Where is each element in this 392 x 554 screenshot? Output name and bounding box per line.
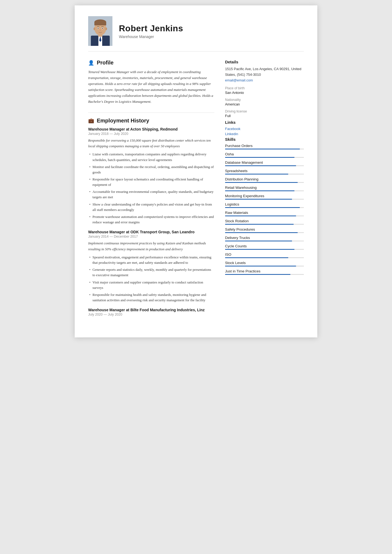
skill-bar-fill-3 (225, 174, 288, 175)
skill-bar-bg-8 (225, 216, 304, 216)
skill-item-10: Safety Procedures (225, 227, 304, 233)
link-item-0[interactable]: Facebook (225, 127, 304, 131)
skill-bar-fill-11 (225, 241, 292, 241)
skill-bar-bg-3 (225, 174, 304, 175)
links-section: Links FacebookLinkedin (225, 120, 304, 136)
skill-name-6: Monitoring Expenditures (225, 194, 304, 198)
skill-name-7: Logistics (225, 202, 304, 206)
resume-header: Robert Jenkins Warehouse Manager (88, 16, 304, 52)
svg-rect-7 (94, 22, 106, 25)
skill-name-1: Osha (225, 152, 304, 156)
skill-bar-bg-6 (225, 199, 304, 200)
skill-bar-fill-10 (225, 232, 298, 233)
skill-bar-fill-8 (225, 216, 296, 216)
resume-document: Robert Jenkins Warehouse Manager 👤 Profi… (75, 5, 317, 337)
skill-bar-fill-12 (225, 249, 294, 250)
skill-item-1: Osha (225, 152, 304, 158)
skill-name-3: Spreadsheets (225, 169, 304, 173)
svg-point-12 (94, 28, 95, 30)
job-desc-0: Responsible for overseeing a 150,000 squ… (88, 138, 214, 149)
skill-name-8: Raw Materials (225, 211, 304, 215)
link-item-1[interactable]: Linkedin (225, 132, 304, 136)
skill-bar-bg-11 (225, 241, 304, 241)
skill-bar-bg-7 (225, 207, 304, 208)
skill-name-9: Stock Rotation (225, 219, 304, 223)
job-title-0: Warehouse Manager at Acton Shipping, Red… (88, 127, 214, 131)
skills-section: Skills Purchase Orders Osha Database Man… (225, 137, 304, 275)
job-desc-1: Implement continuous improvement practic… (88, 240, 214, 252)
profile-section-title: 👤 Profile (88, 60, 214, 66)
details-section: Details 1515 Pacific Ave, Los Angeles, C… (225, 60, 304, 118)
skill-bar-bg-12 (225, 249, 304, 250)
skill-bar-bg-10 (225, 232, 304, 233)
skill-bar-bg-2 (225, 165, 304, 166)
skills-container: Purchase Orders Osha Database Management… (225, 144, 304, 275)
skill-name-11: Delivery Trucks (225, 236, 304, 240)
skill-name-13: ISO (225, 252, 304, 257)
right-column: Details 1515 Pacific Ave, Los Angeles, C… (225, 60, 304, 324)
pob-value: San Antonio (225, 91, 304, 95)
job-dates-2: July 2020 — July 2020 (88, 313, 214, 316)
profile-icon: 👤 (88, 60, 94, 66)
details-title: Details (225, 60, 304, 64)
skill-name-12: Cycle Counts (225, 244, 304, 248)
job-dates-1: January 2014 — December 2017 (88, 235, 214, 238)
details-email: email@email.com (225, 78, 253, 82)
skill-name-2: Database Management (225, 160, 304, 165)
job-0: Warehouse Manager at Acton Shipping, Red… (88, 127, 214, 225)
bullet-1-2: Visit major customers and supplier compa… (88, 280, 214, 290)
skill-item-14: Stock Levels (225, 261, 304, 266)
skill-bar-fill-6 (225, 199, 292, 200)
skill-bar-fill-14 (225, 266, 296, 266)
skill-name-15: Just in Time Practices (225, 269, 304, 273)
skill-item-0: Purchase Orders (225, 144, 304, 149)
skill-bar-fill-13 (225, 257, 288, 258)
driving-value: Full (225, 114, 304, 118)
driving-label: Driving license (225, 110, 304, 113)
skill-name-5: Retail Warehousing (225, 186, 304, 190)
bullet-0-3: Accountable for ensuring environmental c… (88, 189, 214, 200)
skill-bar-fill-2 (225, 165, 296, 166)
bullet-1-1: Generate reports and statistics daily, w… (88, 267, 214, 278)
skills-title: Skills (225, 137, 304, 142)
svg-point-13 (105, 28, 107, 30)
briefcase-icon: 💼 (88, 118, 94, 124)
skill-item-5: Retail Warehousing (225, 186, 304, 191)
skill-bar-bg-15 (225, 274, 304, 275)
links-title: Links (225, 120, 304, 125)
header-info: Robert Jenkins Warehouse Manager (119, 23, 183, 39)
skill-bar-bg-13 (225, 257, 304, 258)
skill-bar-fill-0 (225, 149, 300, 149)
pob-label: Place of birth (225, 86, 304, 90)
bullet-1-0: Speared motivation, engagement and perfo… (88, 255, 214, 265)
skill-item-12: Cycle Counts (225, 244, 304, 250)
divider-1 (88, 112, 214, 113)
skill-name-4: Distribution Planning (225, 177, 304, 181)
bullet-0-4: Show a clear understanding of the compan… (88, 202, 214, 213)
job-title-2: Warehouse Manager at Bilte Food Manufact… (88, 308, 214, 312)
skill-bar-fill-1 (225, 157, 294, 158)
skill-bar-bg-1 (225, 157, 304, 158)
employment-section-title: 💼 Employment History (88, 118, 214, 124)
profile-section: 👤 Profile Tenured Warehouse Manager with… (88, 60, 214, 105)
candidate-name: Robert Jenkins (119, 23, 183, 33)
skill-bar-bg-0 (225, 149, 304, 149)
avatar (88, 16, 112, 46)
skill-item-15: Just in Time Practices (225, 269, 304, 275)
svg-point-11 (102, 28, 103, 29)
employment-section: 💼 Employment History Warehouse Manager a… (88, 118, 214, 317)
skill-item-4: Distribution Planning (225, 177, 304, 183)
bullet-0-5: Promote warehouse automation and compute… (88, 214, 214, 225)
skill-bar-fill-4 (225, 182, 298, 183)
job-1: Warehouse Manager at ODK Transport Group… (88, 230, 214, 303)
skill-bar-fill-7 (225, 207, 300, 208)
job-dates-0: January 2018 — July 2020 (88, 132, 214, 136)
skill-item-6: Monitoring Expenditures (225, 194, 304, 200)
skill-bar-bg-9 (225, 224, 304, 225)
skill-item-3: Spreadsheets (225, 169, 304, 175)
skill-bar-bg-5 (225, 190, 304, 191)
details-address: 1515 Pacific Ave, Los Angeles, CA 90291,… (225, 66, 304, 83)
profile-text: Tenured Warehouse Manager with over a de… (88, 69, 214, 105)
skill-bar-fill-5 (225, 190, 294, 191)
nationality-label: Nationality (225, 98, 304, 102)
